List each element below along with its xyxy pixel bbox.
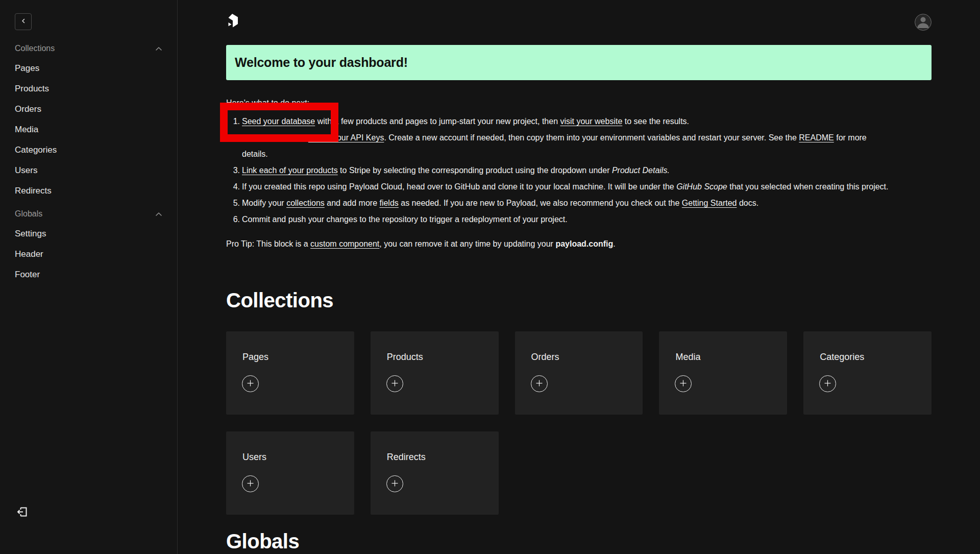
main-content: Welcome to your dashboard! Here's what t…	[178, 0, 980, 554]
inline-text: Modify your	[242, 199, 286, 207]
inline-text: for more	[834, 133, 867, 142]
inline-text: and add more	[325, 199, 380, 207]
inline-link[interactable]: collections	[286, 199, 325, 207]
inline-link[interactable]: visit your website	[560, 117, 622, 126]
list-item-number: 6.	[226, 211, 240, 228]
inline-text: to Stripe by selecting the corresponding…	[338, 166, 612, 175]
inline-text: If you created this repo using Payload C…	[242, 182, 676, 191]
pro-tip: Pro Tip: This block is a custom componen…	[226, 238, 932, 250]
sidebar-globals-items: Settings Header Footer	[15, 224, 162, 285]
sidebar-item-header[interactable]: Header	[15, 244, 162, 264]
card-label: Redirects	[387, 452, 426, 463]
add-products-button[interactable]	[386, 375, 403, 392]
list-item-text: Link each of your products to Stripe by …	[242, 166, 670, 175]
inline-text: GitHub Scope	[676, 182, 727, 191]
sidebar-group-header-collections[interactable]: Collections	[15, 43, 162, 54]
inline-text: .	[613, 239, 615, 248]
globals-section-title: Globals	[226, 530, 299, 552]
chevron-left-icon	[20, 18, 27, 26]
card-label: Users	[242, 452, 266, 463]
inline-text: , you can remove it at any time by updat…	[379, 239, 555, 248]
add-users-button[interactable]	[242, 475, 259, 492]
account-avatar[interactable]	[915, 14, 932, 31]
sidebar-item-redirects[interactable]: Redirects	[15, 181, 162, 201]
plus-icon	[535, 379, 543, 389]
inline-link[interactable]: custom component	[310, 239, 379, 248]
sidebar-item-footer[interactable]: Footer	[15, 264, 162, 285]
list-item: 3. Link each of your products to Stripe …	[226, 162, 932, 179]
list-item-number: 4.	[226, 179, 240, 195]
annotation-highlight-box	[220, 103, 338, 142]
add-media-button[interactable]	[675, 375, 692, 392]
inline-text: as needed. If you are new to Payload, we…	[399, 199, 682, 207]
inline-link[interactable]: Link each of your products	[242, 166, 338, 175]
inline-text: Commit and push your changes to the repo…	[242, 215, 568, 224]
inline-text: Product Details.	[612, 166, 670, 175]
collection-card-media[interactable]: Media	[659, 331, 787, 415]
list-item-number: 3.	[226, 162, 240, 179]
plus-icon	[247, 379, 254, 389]
sidebar-collections-items: Pages Products Orders Media Categories U…	[15, 58, 162, 201]
plus-icon	[391, 379, 399, 389]
plus-icon	[391, 479, 399, 489]
dashboard-page: { "colors": { "page_bg": "#141414", "ban…	[0, 0, 980, 554]
card-label: Media	[675, 352, 700, 363]
add-pages-button[interactable]	[242, 375, 259, 392]
list-item-text: Modify your collections and add more fie…	[242, 199, 758, 207]
sidebar-item-pages[interactable]: Pages	[15, 58, 162, 79]
inline-link[interactable]: fields	[379, 199, 398, 207]
sidebar-group-label: Globals	[15, 209, 42, 219]
logout-button[interactable]	[15, 505, 29, 520]
collection-card-redirects[interactable]: Redirects	[371, 431, 499, 515]
card-label: Orders	[531, 352, 559, 363]
inline-link[interactable]: Getting Started	[682, 199, 737, 207]
sidebar-group-header-globals[interactable]: Globals	[15, 208, 162, 220]
sidebar-collapse-button[interactable]	[15, 13, 32, 30]
sidebar-item-products[interactable]: Products	[15, 79, 162, 99]
chevron-up-icon	[155, 44, 162, 53]
sidebar-group-label: Collections	[15, 44, 55, 53]
inline-link[interactable]: README	[799, 133, 834, 142]
sidebar-item-users[interactable]: Users	[15, 160, 162, 181]
collection-card-users[interactable]: Users	[226, 431, 354, 515]
collection-card-categories[interactable]: Categories	[803, 331, 932, 415]
card-label: Pages	[242, 352, 268, 363]
card-label: Categories	[820, 352, 864, 363]
collections-card-grid: Pages Products Orders Media Categories U…	[226, 331, 932, 515]
add-redirects-button[interactable]	[386, 475, 403, 492]
list-item: 4. If you created this repo using Payloa…	[226, 179, 932, 195]
logout-icon	[16, 505, 29, 520]
sidebar-item-settings[interactable]: Settings	[15, 224, 162, 244]
inline-text: payload.config	[555, 239, 613, 248]
sidebar-nav: Collections Pages Products Orders Media …	[15, 43, 162, 285]
sidebar-item-categories[interactable]: Categories	[15, 140, 162, 160]
plus-icon	[679, 379, 687, 389]
list-item-number: 5.	[226, 195, 240, 211]
plus-icon	[824, 379, 831, 389]
inline-text: with a few products and pages to jump-st…	[315, 117, 560, 126]
sidebar-item-media[interactable]: Media	[15, 119, 162, 140]
sidebar-item-orders[interactable]: Orders	[15, 99, 162, 119]
welcome-banner-title: Welcome to your dashboard!	[235, 55, 408, 70]
inline-text: Pro Tip: This block is a	[226, 239, 310, 248]
sidebar-group-globals: Globals Settings Header Footer	[15, 208, 162, 285]
plus-icon	[247, 479, 254, 489]
add-orders-button[interactable]	[531, 375, 548, 392]
list-item: 5. Modify your collections and add more …	[226, 195, 932, 211]
collection-card-pages[interactable]: Pages	[226, 331, 354, 415]
welcome-banner: Welcome to your dashboard!	[226, 45, 932, 80]
sidebar: Collections Pages Products Orders Media …	[0, 0, 178, 554]
inline-text: . Create a new account if needed, then c…	[384, 133, 799, 142]
list-item-text: If you created this repo using Payload C…	[242, 182, 889, 191]
collection-card-orders[interactable]: Orders	[515, 331, 643, 415]
add-categories-button[interactable]	[819, 375, 836, 392]
sidebar-group-collections: Collections Pages Products Orders Media …	[15, 43, 162, 201]
collection-card-products[interactable]: Products	[371, 331, 499, 415]
payload-logo-icon[interactable]	[226, 13, 238, 29]
inline-text: details.	[242, 150, 268, 158]
card-label: Products	[387, 352, 423, 363]
chevron-up-icon	[155, 209, 162, 219]
inline-text: docs.	[737, 199, 758, 207]
inline-text: that you selected when creating this pro…	[727, 182, 889, 191]
list-item: 6. Commit and push your changes to the r…	[226, 211, 932, 228]
